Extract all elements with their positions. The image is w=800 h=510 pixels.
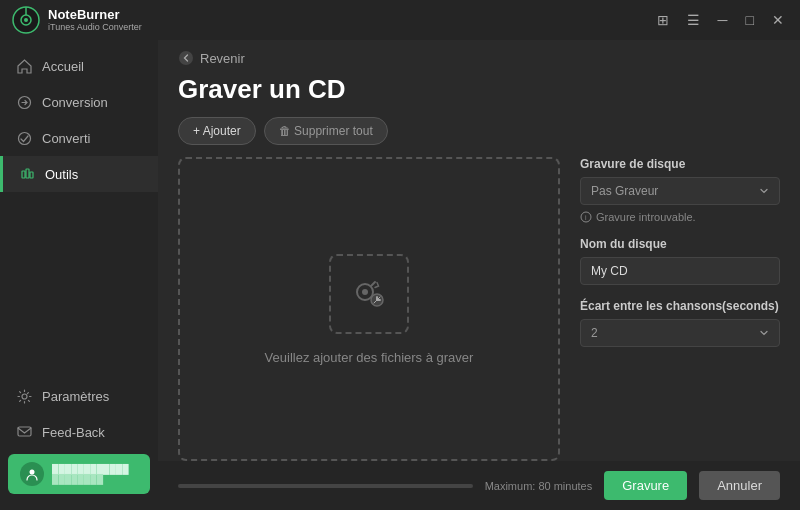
action-bar: + Ajouter 🗑 Supprimer tout <box>158 117 800 157</box>
svg-rect-10 <box>18 427 31 436</box>
minimize-icon[interactable]: ─ <box>714 10 732 30</box>
svg-point-12 <box>179 51 193 65</box>
sidebar-item-outils[interactable]: Outils <box>0 156 158 192</box>
disc-drive-label: Gravure de disque <box>580 157 780 171</box>
page-title: Graver un CD <box>158 66 800 117</box>
drop-zone[interactable]: Veuillez ajouter des fichiers à graver <box>178 157 560 461</box>
delete-all-button[interactable]: 🗑 Supprimer tout <box>264 117 388 145</box>
info-icon: i <box>580 211 592 223</box>
burn-button[interactable]: Gravure <box>604 471 687 500</box>
chevron-down-icon <box>759 186 769 196</box>
sidebar-item-converti[interactable]: Converti <box>0 120 158 156</box>
gap-group: Écart entre les chansons(seconds) 2 <box>580 299 780 347</box>
sidebar-label-feedback: Feed-Back <box>42 425 105 440</box>
sidebar-label-parametres: Paramètres <box>42 389 109 404</box>
disc-hint: i Gravure introuvable. <box>580 211 780 223</box>
sidebar-item-conversion[interactable]: Conversion <box>0 84 158 120</box>
converted-icon <box>16 130 32 146</box>
maximize-icon[interactable]: □ <box>742 10 758 30</box>
gap-chevron-icon <box>759 328 769 338</box>
disk-name-group: Nom du disque <box>580 237 780 285</box>
cancel-button[interactable]: Annuler <box>699 471 780 500</box>
disk-name-input[interactable] <box>580 257 780 285</box>
svg-point-2 <box>24 18 28 22</box>
user-avatar <box>20 462 44 486</box>
close-icon[interactable]: ✕ <box>768 10 788 30</box>
sidebar-bottom: Paramètres Feed-Back <box>0 378 158 502</box>
app-logo <box>12 6 40 34</box>
sidebar-item-feedback[interactable]: Feed-Back <box>0 414 158 450</box>
drop-placeholder: Veuillez ajouter des fichiers à graver <box>265 350 474 365</box>
user-line2: ████████ <box>52 474 129 484</box>
svg-point-14 <box>362 289 368 295</box>
drop-zone-icon <box>329 254 409 334</box>
sidebar-item-accueil[interactable]: Accueil <box>0 48 158 84</box>
svg-rect-8 <box>30 172 33 178</box>
app-branding: NoteBurner iTunes Audio Converter <box>12 6 142 34</box>
disk-name-label: Nom du disque <box>580 237 780 251</box>
content-area: Revenir Graver un CD + Ajouter 🗑 Supprim… <box>158 40 800 510</box>
user-account[interactable]: ████████████ ████████ <box>8 454 150 494</box>
settings-icon <box>16 388 32 404</box>
app-name-main: NoteBurner <box>48 7 142 23</box>
sidebar-label-conversion: Conversion <box>42 95 108 110</box>
sidebar-item-parametres[interactable]: Paramètres <box>0 378 158 414</box>
disc-hint-text: Gravure introuvable. <box>596 211 696 223</box>
conversion-icon <box>16 94 32 110</box>
work-area: Veuillez ajouter des fichiers à graver G… <box>158 157 800 461</box>
back-icon <box>178 50 194 66</box>
gap-label: Écart entre les chansons(seconds) <box>580 299 780 313</box>
sidebar: Accueil Conversion Converti <box>0 40 158 510</box>
svg-text:i: i <box>585 214 587 221</box>
title-bar: NoteBurner iTunes Audio Converter ⊞ ☰ ─ … <box>0 0 800 40</box>
disc-drive-group: Gravure de disque Pas Graveur i Gravure … <box>580 157 780 223</box>
add-button[interactable]: + Ajouter <box>178 117 256 145</box>
app-body: Accueil Conversion Converti <box>0 40 800 510</box>
gap-value: 2 <box>591 326 598 340</box>
user-line1: ████████████ <box>52 464 129 474</box>
user-info: ████████████ ████████ <box>52 464 129 484</box>
bottom-bar: Maximum: 80 minutes Gravure Annuler <box>158 461 800 510</box>
svg-rect-7 <box>26 169 29 178</box>
feedback-icon <box>16 424 32 440</box>
app-name-sub: iTunes Audio Converter <box>48 22 142 33</box>
disc-drive-value: Pas Graveur <box>591 184 658 198</box>
menu-icon[interactable]: ☰ <box>683 10 704 30</box>
sidebar-label-converti: Converti <box>42 131 90 146</box>
svg-point-5 <box>18 132 30 144</box>
tools-icon <box>19 166 35 182</box>
sidebar-label-accueil: Accueil <box>42 59 84 74</box>
gap-select[interactable]: 2 <box>580 319 780 347</box>
content-nav: Revenir <box>158 40 800 66</box>
grid-icon[interactable]: ⊞ <box>653 10 673 30</box>
back-button[interactable]: Revenir <box>178 50 245 66</box>
svg-point-11 <box>30 470 35 475</box>
window-controls: ⊞ ☰ ─ □ ✕ <box>653 10 788 30</box>
progress-label: Maximum: 80 minutes <box>485 480 593 492</box>
app-name: NoteBurner iTunes Audio Converter <box>48 7 142 33</box>
svg-rect-6 <box>22 171 25 178</box>
home-icon <box>16 58 32 74</box>
svg-point-9 <box>22 394 27 399</box>
right-panel: Gravure de disque Pas Graveur i Gravure … <box>580 157 780 461</box>
sidebar-label-outils: Outils <box>45 167 78 182</box>
back-label: Revenir <box>200 51 245 66</box>
progress-track <box>178 484 473 488</box>
disc-drive-select[interactable]: Pas Graveur <box>580 177 780 205</box>
